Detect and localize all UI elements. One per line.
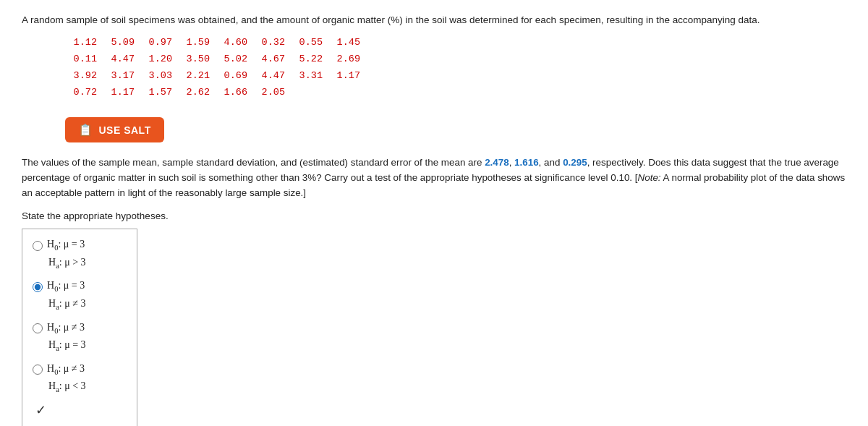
data-val: 3.92	[65, 68, 103, 85]
data-row-4: 0.72 1.17 1.57 2.62 1.66 2.05	[65, 85, 846, 101]
data-val: 4.60	[216, 35, 253, 51]
data-val: 5.22	[291, 51, 328, 68]
data-val: 0.11	[65, 51, 103, 68]
data-val: 3.17	[103, 68, 140, 85]
hypothesis-option-2: H0: μ = 3 Ha: μ ≠ 3	[33, 278, 122, 313]
data-val: 2.21	[178, 68, 216, 85]
data-val: 4.67	[253, 51, 291, 68]
data-val: 1.20	[140, 51, 178, 68]
data-row-2: 0.11 4.47 1.20 3.50 5.02 4.67 5.22 2.69	[65, 51, 846, 68]
hypothesis-row-1a[interactable]: H0: μ = 3	[33, 237, 122, 255]
intro-text: A random sample of soil specimens was ob…	[22, 13, 846, 27]
data-val: 1.57	[140, 85, 178, 101]
hypothesis-radio-4[interactable]	[33, 365, 43, 375]
data-val: 3.31	[291, 68, 328, 85]
se-value: 0.295	[563, 157, 587, 168]
state-hypotheses-label: State the appropriate hypotheses.	[22, 210, 846, 221]
data-val: 0.72	[65, 85, 103, 101]
hypothesis-h0-3: H0: μ ≠ 3	[47, 320, 85, 338]
hypotheses-box: H0: μ = 3 Ha: μ > 3 H0: μ = 3 Ha: μ ≠ 3 …	[22, 229, 137, 426]
comma1: ,	[509, 157, 514, 168]
hypothesis-option-1: H0: μ = 3 Ha: μ > 3	[33, 237, 122, 272]
data-table: 1.12 5.09 0.97 1.59 4.60 0.32 0.55 1.45 …	[65, 35, 846, 101]
hypothesis-h0-2: H0: μ = 3	[47, 278, 85, 296]
use-salt-button[interactable]: 📋 USE SALT	[65, 117, 164, 142]
data-val: 1.17	[328, 68, 366, 85]
checkmark: ✓	[35, 402, 122, 418]
data-val: 1.66	[216, 85, 253, 101]
hypothesis-option-4: H0: μ ≠ 3 Ha: μ < 3	[33, 361, 122, 396]
comma2: , and	[539, 157, 563, 168]
data-val: 1.45	[328, 35, 366, 51]
data-val: 2.05	[253, 85, 291, 101]
data-val: 0.97	[140, 35, 178, 51]
body-text-part1: The values of the sample mean, sample st…	[22, 157, 485, 168]
data-val: 1.59	[178, 35, 216, 51]
sd-value: 1.616	[514, 157, 539, 168]
hypothesis-radio-2[interactable]	[33, 282, 43, 292]
hypothesis-ha-2: Ha: μ ≠ 3	[48, 296, 122, 314]
hypothesis-row-2a[interactable]: H0: μ = 3	[33, 278, 122, 296]
hypothesis-h0-4: H0: μ ≠ 3	[47, 361, 85, 379]
data-val: 1.17	[103, 85, 140, 101]
data-val: 4.47	[253, 68, 291, 85]
hypothesis-option-3: H0: μ ≠ 3 Ha: μ = 3	[33, 320, 122, 355]
data-val: 0.69	[216, 68, 253, 85]
data-val: 3.03	[140, 68, 178, 85]
data-val: 0.32	[253, 35, 291, 51]
data-val: 1.12	[65, 35, 103, 51]
note-label: Note:	[638, 172, 661, 183]
hypothesis-ha-1: Ha: μ > 3	[48, 255, 122, 273]
data-val: 2.62	[178, 85, 216, 101]
hypothesis-row-4a[interactable]: H0: μ ≠ 3	[33, 361, 122, 379]
body-text: The values of the sample mean, sample st…	[22, 156, 846, 200]
hypothesis-radio-3[interactable]	[33, 323, 43, 333]
data-val: 0.55	[291, 35, 328, 51]
data-val: 4.47	[103, 51, 140, 68]
hypothesis-row-3a[interactable]: H0: μ ≠ 3	[33, 320, 122, 338]
hypothesis-h0-1: H0: μ = 3	[47, 237, 85, 255]
salt-icon: 📋	[78, 123, 93, 137]
data-val: 5.02	[216, 51, 253, 68]
hypothesis-radio-1[interactable]	[33, 241, 43, 251]
data-val: 5.09	[103, 35, 140, 51]
hypothesis-ha-4: Ha: μ < 3	[48, 378, 122, 396]
data-row-3: 3.92 3.17 3.03 2.21 0.69 4.47 3.31 1.17	[65, 68, 846, 85]
hypothesis-ha-3: Ha: μ = 3	[48, 337, 122, 355]
data-val: 3.50	[178, 51, 216, 68]
salt-button-label: USE SALT	[99, 124, 151, 136]
data-val: 2.69	[328, 51, 366, 68]
mean-value: 2.478	[485, 157, 509, 168]
data-row-1: 1.12 5.09 0.97 1.59 4.60 0.32 0.55 1.45	[65, 35, 846, 51]
